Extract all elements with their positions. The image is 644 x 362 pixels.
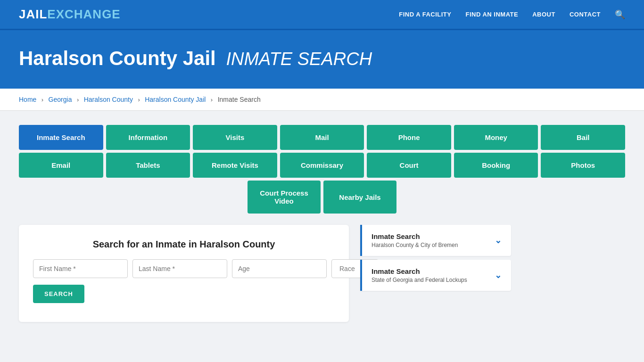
nav-find-inmate[interactable]: FIND AN INMATE [465,11,518,18]
nav-btn-phone[interactable]: Phone [367,125,451,150]
first-name-input[interactable] [33,259,128,278]
breadcrumb-sep3: › [138,96,140,103]
logo-jail: JAIL [19,7,47,22]
sidebar-item-state-sub: State of Georgia and Federal Lockups [372,277,467,283]
navbar-links: FIND A FACILITY FIND AN INMATE ABOUT CON… [399,9,625,20]
chevron-down-icon: ⌄ [495,235,502,246]
breadcrumb-current: Inmate Search [218,96,261,103]
navbar: JAIL EXCHANGE FIND A FACILITY FIND AN IN… [0,0,644,30]
nav-row-2: Email Tablets Remote Visits Commissary C… [19,153,625,178]
nav-row-1: Inmate Search Information Visits Mail Ph… [19,125,625,150]
nav-btn-commissary[interactable]: Commissary [280,153,364,178]
nav-btn-money[interactable]: Money [454,125,538,150]
search-form: Search for an Inmate in Haralson County … [19,225,349,322]
sidebar-item-local-text: Inmate Search Haralson County & City of … [372,232,458,248]
chevron-down-icon-2: ⌄ [495,270,502,280]
sidebar: Inmate Search Haralson County & City of … [360,225,511,295]
search-icon[interactable]: 🔍 [615,9,625,20]
breadcrumb-jail[interactable]: Haralson County Jail [145,96,206,103]
nav-btn-inmate-search[interactable]: Inmate Search [19,125,103,150]
breadcrumb-sep2: › [77,96,79,103]
nav-btn-information[interactable]: Information [106,125,190,150]
nav-btn-visits[interactable]: Visits [193,125,277,150]
sidebar-item-local-sub: Haralson County & City of Bremen [372,242,458,248]
nav-contact[interactable]: CONTACT [570,11,601,18]
lower-section: Search for an Inmate in Haralson County … [19,225,625,322]
main-content: Inmate Search Information Visits Mail Ph… [0,111,644,336]
age-input[interactable] [232,259,327,278]
sidebar-item-local[interactable]: Inmate Search Haralson County & City of … [360,225,511,256]
search-form-title: Search for an Inmate in Haralson County [33,239,335,250]
breadcrumb-haralson-county[interactable]: Haralson County [84,96,133,103]
nav-btn-bail[interactable]: Bail [541,125,625,150]
sidebar-item-local-title: Inmate Search [372,232,458,240]
hero-banner: Haralson County Jail INMATE SEARCH [0,30,644,89]
sidebar-item-state-text: Inmate Search State of Georgia and Feder… [372,267,467,283]
breadcrumb-sep1: › [41,96,43,103]
section-nav-buttons: Inmate Search Information Visits Mail Ph… [19,125,625,214]
nav-btn-nearby-jails[interactable]: Nearby Jails [323,181,396,214]
nav-about[interactable]: ABOUT [532,11,555,18]
hero-title-main: Haralson County Jail [19,47,216,69]
breadcrumb-home[interactable]: Home [19,96,36,103]
breadcrumb-sep4: › [211,96,213,103]
hero-title-italic: INMATE SEARCH [226,49,372,69]
sidebar-item-state[interactable]: Inmate Search State of Georgia and Feder… [360,260,511,291]
logo-exchange: EXCHANGE [47,7,120,22]
nav-btn-remote-visits[interactable]: Remote Visits [193,153,277,178]
search-fields-row: Race White Black Hispanic Asian Other [33,259,335,278]
nav-row-3: Court Process Video Nearby Jails [19,181,625,214]
nav-find-facility[interactable]: FIND A FACILITY [399,11,451,18]
nav-btn-court-process-video[interactable]: Court Process Video [248,181,321,214]
breadcrumb-georgia[interactable]: Georgia [49,96,72,103]
nav-btn-tablets[interactable]: Tablets [106,153,190,178]
nav-btn-court[interactable]: Court [367,153,451,178]
last-name-input[interactable] [132,259,227,278]
nav-btn-booking[interactable]: Booking [454,153,538,178]
logo[interactable]: JAIL EXCHANGE [19,7,121,22]
search-button[interactable]: SEARCH [33,285,84,303]
nav-btn-photos[interactable]: Photos [541,153,625,178]
page-title: Haralson County Jail INMATE SEARCH [19,47,625,70]
breadcrumb: Home › Georgia › Haralson County › Haral… [0,89,644,111]
nav-btn-email[interactable]: Email [19,153,103,178]
sidebar-item-state-title: Inmate Search [372,267,467,275]
nav-btn-mail[interactable]: Mail [280,125,364,150]
